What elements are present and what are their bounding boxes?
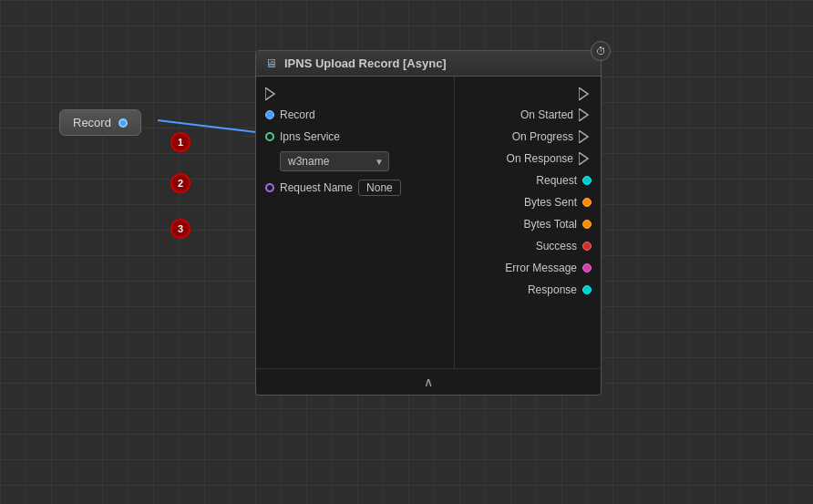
on-started-label: On Started (520, 108, 573, 121)
node-left: Record Ipns Service w3name ▼ Request N (256, 77, 455, 368)
request-name-value: None (358, 180, 401, 196)
request-name-pin-dot (265, 183, 274, 192)
record-node-label: Record (73, 116, 111, 129)
record-node-dot (118, 118, 128, 128)
response-pin-dot (582, 285, 592, 294)
node-header-icon: 🖥 (265, 57, 277, 70)
request-label: Request (536, 174, 577, 187)
node-header: 🖥 IPNS Upload Record [Async] ⏱ (256, 51, 601, 77)
error-message-label: Error Message (505, 262, 577, 274)
exec-in-pin[interactable] (256, 84, 454, 104)
clock-icon: ⏱ (591, 41, 611, 61)
node-title: IPNS Upload Record [Async] (284, 57, 592, 70)
error-message-pin-dot (582, 263, 592, 273)
node-right: On Started On Progress On Response (455, 77, 601, 368)
svg-marker-8 (579, 130, 588, 143)
record-node[interactable]: Record (59, 109, 141, 136)
ipns-service-select[interactable]: w3name (280, 151, 389, 171)
svg-marker-5 (265, 87, 274, 100)
on-response-pin[interactable]: On Response (455, 148, 601, 170)
main-node: 🖥 IPNS Upload Record [Async] ⏱ Record Ip… (255, 50, 602, 396)
bytes-sent-pin[interactable]: Bytes Sent (455, 191, 601, 213)
bytes-sent-label: Bytes Sent (524, 196, 577, 209)
node-body: Record Ipns Service w3name ▼ Request N (256, 77, 601, 368)
on-progress-label: On Progress (512, 130, 573, 143)
success-label: Success (536, 240, 577, 252)
response-label: Response (528, 283, 577, 296)
bytes-total-label: Bytes Total (524, 218, 577, 231)
error-message-pin[interactable]: Error Message (455, 257, 601, 279)
ipns-service-pin-dot (265, 132, 274, 141)
annotation-1: 1 (170, 132, 190, 152)
record-pin[interactable]: Record (256, 104, 454, 126)
response-pin[interactable]: Response (455, 279, 601, 301)
request-pin-dot (582, 176, 592, 185)
svg-marker-9 (579, 152, 588, 165)
ipns-service-dropdown-row: w3name ▼ (256, 148, 454, 175)
request-pin[interactable]: Request (455, 170, 601, 191)
record-pin-label: Record (280, 108, 315, 121)
bytes-sent-pin-dot (582, 198, 592, 207)
ipns-service-pin[interactable]: Ipns Service (256, 126, 454, 148)
annotation-2: 2 (170, 173, 190, 193)
annotation-3: 3 (170, 219, 190, 239)
collapse-button[interactable]: ∧ (424, 375, 433, 389)
request-name-pin-label: Request Name (280, 181, 353, 194)
record-pin-dot (265, 110, 274, 119)
on-started-pin[interactable]: On Started (455, 104, 601, 126)
on-response-label: On Response (507, 152, 573, 165)
bytes-total-pin-dot (582, 220, 592, 229)
svg-marker-6 (579, 87, 588, 100)
ipns-service-dropdown-wrapper[interactable]: w3name ▼ (280, 151, 389, 171)
svg-marker-7 (579, 108, 588, 121)
node-footer: ∧ (256, 368, 601, 395)
request-name-pin[interactable]: Request Name None (256, 175, 454, 201)
exec-out-pin[interactable] (455, 84, 601, 104)
success-pin-dot (582, 242, 592, 251)
bytes-total-pin[interactable]: Bytes Total (455, 213, 601, 235)
ipns-service-pin-label: Ipns Service (280, 130, 340, 143)
success-pin[interactable]: Success (455, 235, 601, 257)
on-progress-pin[interactable]: On Progress (455, 126, 601, 148)
